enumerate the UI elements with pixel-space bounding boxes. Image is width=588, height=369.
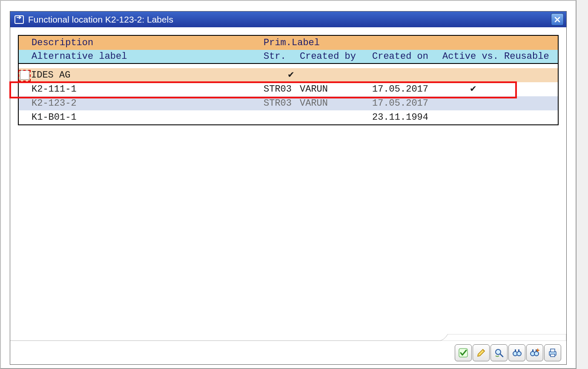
close-icon bbox=[554, 17, 560, 23]
cell-str: STR03 bbox=[264, 84, 300, 95]
pencil-icon bbox=[476, 348, 486, 358]
header-str: Str. bbox=[264, 51, 300, 62]
dialog-footer bbox=[10, 340, 566, 364]
close-button[interactable] bbox=[551, 13, 564, 26]
window-icon bbox=[14, 15, 24, 24]
header-prim-label: Prim.Label bbox=[264, 37, 558, 48]
find-button[interactable] bbox=[508, 344, 525, 361]
cell-active: ✔ bbox=[442, 84, 504, 95]
cell-created-on: 17.05.2017 bbox=[372, 98, 442, 109]
find-next-button[interactable] bbox=[526, 344, 543, 361]
cell-created-on: 17.05.2017 bbox=[372, 84, 442, 95]
binoculars-plus-icon bbox=[530, 348, 540, 358]
svg-point-4 bbox=[517, 352, 521, 356]
cell-description: IDES AG bbox=[31, 70, 251, 81]
table-header-row2: Alternative label Str. Created by Create… bbox=[19, 50, 558, 64]
edit-button[interactable] bbox=[473, 344, 490, 361]
table-row[interactable]: K2-111-1 STR03 VARUN 17.05.2017 ✔ bbox=[19, 82, 558, 96]
header-reusable: Reusable bbox=[504, 51, 558, 62]
footer-notch bbox=[439, 334, 566, 341]
header-created-by: Created by bbox=[300, 51, 372, 62]
binoculars-icon bbox=[512, 348, 522, 358]
table-header-row1: Description Prim.Label bbox=[19, 36, 558, 50]
titlebar[interactable]: Functional location K2-123-2: Labels bbox=[10, 12, 566, 27]
table-row[interactable]: K2-123-2 STR03 VARUN 17.05.2017 bbox=[19, 96, 558, 110]
cell-created-on: 23.11.1994 bbox=[372, 112, 442, 123]
header-created-on: Created on bbox=[372, 51, 442, 62]
data-table: Description Prim.Label Alternative label… bbox=[18, 35, 559, 125]
svg-rect-12 bbox=[551, 349, 555, 352]
ok-button[interactable] bbox=[455, 344, 472, 361]
row-gap bbox=[19, 64, 558, 68]
cell-description: K2-111-1 bbox=[32, 84, 264, 95]
magnifier-icon bbox=[494, 348, 504, 358]
cell-str: STR03 bbox=[264, 98, 300, 109]
cell-created-by: VARUN bbox=[300, 98, 372, 109]
svg-rect-9 bbox=[532, 349, 534, 352]
check-icon: ✔ bbox=[470, 84, 477, 94]
table-row[interactable]: IDES AG ✔ bbox=[19, 68, 558, 82]
cell-prim-check: ✔ bbox=[287, 69, 300, 81]
svg-rect-13 bbox=[551, 354, 555, 357]
print-icon bbox=[548, 348, 558, 358]
cell-description: K2-123-2 bbox=[32, 98, 264, 109]
svg-rect-6 bbox=[518, 349, 519, 352]
outer-frame: Functional location K2-123-2: Labels Des… bbox=[0, 0, 577, 369]
window-title: Functional location K2-123-2: Labels bbox=[28, 14, 551, 25]
cell-description: K1-B01-1 bbox=[32, 112, 264, 123]
table-row[interactable]: K1-B01-1 23.11.1994 bbox=[19, 110, 558, 124]
toolbar bbox=[455, 344, 561, 361]
row-checkbox[interactable] bbox=[20, 70, 29, 80]
header-description: Description bbox=[32, 37, 264, 48]
print-button[interactable] bbox=[544, 344, 561, 361]
header-alt-label: Alternative label bbox=[32, 51, 264, 62]
dialog-window: Functional location K2-123-2: Labels Des… bbox=[10, 11, 567, 365]
header-active-vs: Active vs. bbox=[442, 51, 504, 62]
check-icon: ✔ bbox=[287, 69, 295, 80]
find-replace-button[interactable] bbox=[490, 344, 508, 361]
svg-point-8 bbox=[534, 352, 539, 356]
rows-container: IDES AG ✔ K2-111-1 STR03 VARUN 17.05. bbox=[19, 64, 558, 124]
dialog-body: Description Prim.Label Alternative label… bbox=[10, 27, 566, 340]
cell-created-by: VARUN bbox=[300, 84, 372, 95]
checkmark-icon bbox=[458, 348, 468, 358]
svg-rect-0 bbox=[15, 16, 23, 23]
header-prim-label-text: Prim.Label bbox=[264, 37, 320, 48]
svg-rect-5 bbox=[515, 349, 516, 352]
